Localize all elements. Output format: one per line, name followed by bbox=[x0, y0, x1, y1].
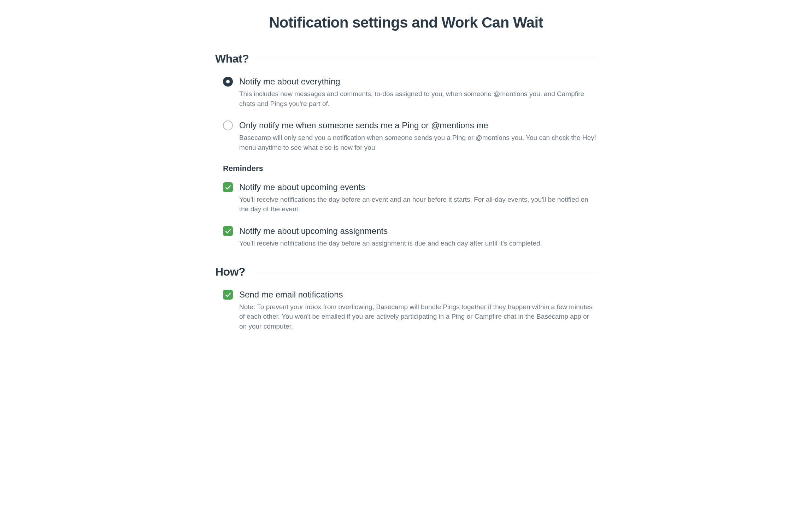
option-email-notifications[interactable]: Send me email notifications Note: To pre… bbox=[215, 289, 597, 331]
option-title: Notify me about everything bbox=[239, 76, 597, 87]
divider bbox=[252, 272, 597, 272]
radio-notify-ping-mentions[interactable] bbox=[223, 120, 233, 130]
option-title: Notify me about upcoming events bbox=[239, 182, 597, 193]
page-title: Notification settings and Work Can Wait bbox=[215, 14, 597, 31]
section-title-how: How? bbox=[215, 265, 245, 278]
checkmark-icon bbox=[224, 291, 231, 298]
option-description: This includes new messages and comments,… bbox=[239, 89, 597, 108]
section-header-how: How? bbox=[215, 265, 597, 278]
option-description: Basecamp will only send you a notificati… bbox=[239, 133, 597, 152]
reminders-title: Reminders bbox=[215, 164, 597, 173]
section-how: How? Send me email notifications Note: T… bbox=[215, 265, 597, 331]
divider bbox=[256, 59, 597, 59]
checkbox-upcoming-events[interactable] bbox=[223, 182, 233, 192]
section-what: What? Notify me about everything This in… bbox=[215, 52, 597, 248]
option-upcoming-assignments[interactable]: Notify me about upcoming assignments You… bbox=[215, 225, 597, 248]
checkmark-icon bbox=[224, 184, 231, 191]
option-upcoming-events[interactable]: Notify me about upcoming events You'll r… bbox=[215, 182, 597, 214]
option-description: Note: To prevent your inbox from overflo… bbox=[239, 302, 597, 331]
checkbox-email-notifications[interactable] bbox=[223, 290, 233, 300]
option-notify-everything[interactable]: Notify me about everything This includes… bbox=[215, 76, 597, 108]
checkbox-upcoming-assignments[interactable] bbox=[223, 226, 233, 236]
option-title: Send me email notifications bbox=[239, 289, 597, 300]
option-title: Only notify me when someone sends me a P… bbox=[239, 120, 597, 131]
checkmark-icon bbox=[224, 228, 231, 235]
option-notify-ping-mentions[interactable]: Only notify me when someone sends me a P… bbox=[215, 120, 597, 152]
option-title: Notify me about upcoming assignments bbox=[239, 225, 597, 236]
section-title-what: What? bbox=[215, 52, 249, 65]
section-header-what: What? bbox=[215, 52, 597, 65]
option-description: You'll receive notifications the day bef… bbox=[239, 195, 597, 214]
radio-notify-everything[interactable] bbox=[223, 77, 233, 87]
option-description: You'll receive notifications the day bef… bbox=[239, 238, 597, 248]
